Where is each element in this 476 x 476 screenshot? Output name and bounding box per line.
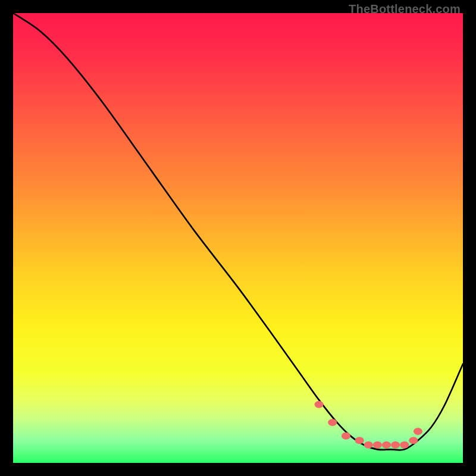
marker-dot xyxy=(391,441,400,449)
marker-dot xyxy=(414,428,422,435)
marker-dot xyxy=(382,441,391,449)
marker-dot xyxy=(355,437,364,444)
curve-line xyxy=(13,13,463,450)
marker-dot xyxy=(400,441,409,449)
curve-markers xyxy=(315,401,422,449)
plot-area xyxy=(13,13,463,463)
marker-dot xyxy=(315,401,324,408)
marker-dot xyxy=(409,437,418,444)
marker-dot xyxy=(364,441,373,449)
marker-dot xyxy=(342,433,350,440)
chart-svg xyxy=(13,13,463,463)
watermark-text: TheBottleneck.com xyxy=(349,2,461,16)
marker-dot xyxy=(328,419,337,426)
marker-dot xyxy=(373,441,382,449)
chart-frame: TheBottleneck.com xyxy=(0,0,476,476)
